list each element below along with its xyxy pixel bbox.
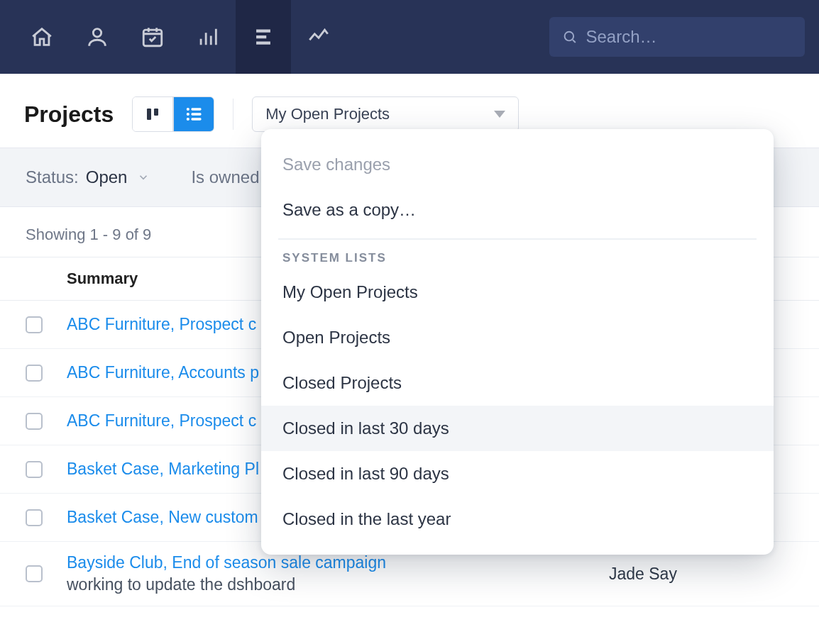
- dropdown-list-item[interactable]: Closed Projects: [261, 360, 774, 406]
- status-label: Status:: [26, 167, 79, 187]
- bar-chart-icon: [196, 25, 220, 49]
- global-search[interactable]: [549, 17, 805, 57]
- project-owner: Jade Say: [609, 565, 793, 584]
- dropdown-list-item[interactable]: Closed in last 90 days: [261, 451, 774, 496]
- nav-projects[interactable]: [236, 0, 291, 74]
- list-view-button[interactable]: [174, 97, 214, 131]
- dropdown-save-as-copy[interactable]: Save as a copy…: [261, 187, 774, 233]
- filter-select-label: My Open Projects: [265, 105, 390, 123]
- row-checkbox[interactable]: [26, 316, 43, 333]
- divider: [278, 238, 757, 240]
- search-input[interactable]: [586, 27, 792, 47]
- row-checkbox[interactable]: [26, 461, 43, 478]
- nav-reports[interactable]: [180, 0, 236, 74]
- calendar-icon: [141, 25, 165, 49]
- status-value: Open: [86, 167, 128, 187]
- row-checkbox[interactable]: [26, 565, 43, 582]
- row-checkbox[interactable]: [26, 365, 43, 382]
- chevron-down-icon: [137, 171, 150, 184]
- nav-home[interactable]: [14, 0, 70, 74]
- owner-filter-label: Is owned: [191, 167, 259, 187]
- nav-calendar[interactable]: [125, 0, 180, 74]
- project-subtext: working to update the dshboard: [67, 575, 595, 594]
- svg-rect-6: [191, 108, 201, 110]
- dropdown-save-changes: Save changes: [261, 142, 774, 187]
- svg-point-0: [93, 29, 101, 37]
- owner-filter[interactable]: Is owned: [191, 167, 259, 187]
- top-nav: [0, 0, 819, 74]
- nav-contacts[interactable]: [70, 0, 125, 74]
- svg-rect-3: [147, 109, 151, 120]
- dropdown-heading: SYSTEM LISTS: [261, 251, 774, 270]
- view-toggle: [132, 96, 214, 132]
- divider: [233, 99, 234, 130]
- dropdown-list-item[interactable]: My Open Projects: [261, 270, 774, 315]
- svg-rect-4: [154, 109, 158, 116]
- list-filter-select[interactable]: My Open Projects: [252, 96, 519, 132]
- list-icon: [251, 25, 275, 49]
- row-checkbox[interactable]: [26, 509, 43, 526]
- chevron-down-icon: [494, 111, 505, 118]
- svg-point-5: [187, 108, 189, 111]
- svg-rect-1: [143, 30, 162, 46]
- svg-rect-8: [191, 113, 201, 115]
- svg-point-7: [187, 113, 189, 116]
- status-filter[interactable]: Status: Open: [26, 167, 150, 187]
- board-icon: [144, 106, 161, 123]
- person-icon: [85, 25, 109, 49]
- dropdown-list-item[interactable]: Closed in last 30 days: [261, 406, 774, 451]
- nav-activity[interactable]: [291, 0, 346, 74]
- svg-rect-10: [191, 118, 201, 120]
- project-link[interactable]: Bayside Club, End of season sale campaig…: [67, 553, 595, 572]
- list-view-icon: [184, 104, 204, 124]
- search-icon: [562, 28, 578, 45]
- dropdown-list-item[interactable]: Closed in the last year: [261, 496, 774, 542]
- page-title: Projects: [24, 101, 114, 128]
- board-view-button[interactable]: [133, 97, 172, 131]
- svg-point-2: [565, 32, 574, 41]
- row-checkbox[interactable]: [26, 413, 43, 430]
- home-icon: [30, 25, 54, 49]
- dropdown-list-item[interactable]: Open Projects: [261, 315, 774, 360]
- list-filter-dropdown: Save changes Save as a copy… SYSTEM LIST…: [261, 129, 774, 555]
- trend-icon: [307, 25, 331, 49]
- svg-point-9: [187, 118, 189, 121]
